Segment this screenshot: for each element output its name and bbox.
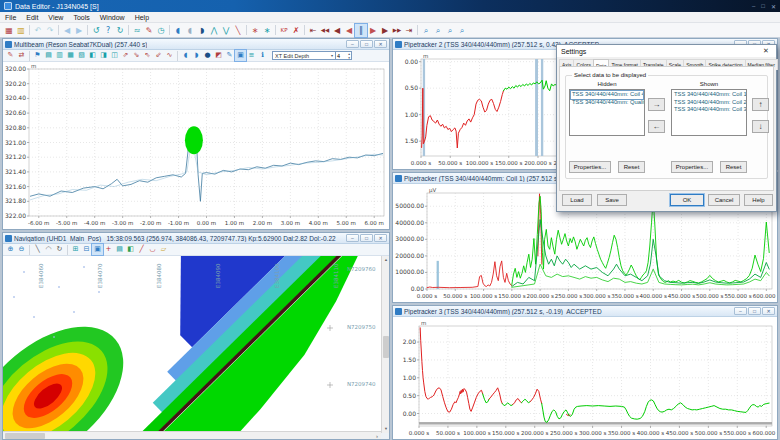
settings-dialog-titlebar[interactable]: Settings ✕ — [557, 45, 776, 57]
restore-button[interactable]: □ — [748, 307, 761, 315]
hidden-properties-button[interactable]: Properties... — [569, 161, 611, 173]
app-maximize-button[interactable]: □ — [761, 3, 765, 10]
hidden-list-item[interactable]: TSS 340/440/440mm: Quality — [571, 99, 643, 107]
flag-icon[interactable]: ⚑ — [32, 50, 43, 61]
shown-list-item[interactable]: TSS 340/440/440mm: Coil 3 — [673, 106, 745, 114]
zoom-fit-icon[interactable]: ⌕ — [456, 24, 468, 37]
step-back-icon[interactable]: ◀ — [343, 24, 355, 37]
info-icon[interactable]: ℹ — [257, 50, 268, 61]
pause-icon[interactable]: ‖ — [355, 24, 367, 37]
restore-left-icon[interactable]: ⇄ — [16, 50, 27, 61]
arc-tool-icon[interactable]: ◠ — [43, 244, 54, 255]
step-forward-icon[interactable]: ▶ — [367, 24, 379, 37]
multibeam-titlebar[interactable]: Multibeam (Reson Seabat7KDual) (257.440 … — [3, 39, 389, 50]
view-hatch-icon[interactable]: ▧ — [76, 50, 87, 61]
spike-down-icon[interactable]: ⋁ — [220, 24, 232, 37]
view-grid-icon[interactable]: ▤ — [43, 50, 54, 61]
undo-icon[interactable]: ↶ — [32, 24, 44, 37]
spline-icon[interactable]: ∿ — [164, 50, 175, 61]
shown-reset-button[interactable]: Reset — [720, 161, 747, 173]
zoom-in-icon[interactable]: ⊕ — [5, 244, 16, 255]
star-small-icon[interactable]: ∗ — [249, 24, 261, 37]
spike-up-icon[interactable]: ⋀ — [208, 24, 220, 37]
edit-depth-icon[interactable]: ✎ — [5, 50, 16, 61]
save-button[interactable]: Save — [597, 194, 627, 206]
menu-item[interactable]: Help — [130, 14, 154, 21]
draw-icon[interactable]: ✎ — [224, 50, 235, 61]
view-rows-icon[interactable]: ▥ — [54, 50, 65, 61]
prev-line-icon[interactable]: ◀ — [61, 24, 73, 37]
menu-item[interactable]: Window — [95, 14, 130, 21]
reprocess-icon[interactable]: ↺ — [90, 24, 102, 37]
grid-overlay-icon[interactable]: ⊞ — [70, 244, 81, 255]
vertical-scrollbar[interactable]: ▲ ▼ — [381, 256, 389, 433]
zoom-out-icon[interactable]: ⊖ — [16, 244, 27, 255]
beam-width-stepper[interactable]: 4 ▴ ▾ — [336, 51, 352, 60]
dolphin-disabled-icon[interactable]: ◖ — [184, 24, 196, 37]
draw-arc-icon[interactable]: ◡ — [147, 244, 158, 255]
close-button[interactable]: ✕ — [374, 234, 387, 242]
dolphin-icon[interactable]: ◖ — [172, 24, 184, 37]
reject-down-icon[interactable]: ⇘ — [131, 50, 142, 61]
rewind-icon[interactable]: ◀ — [331, 24, 343, 37]
close-button[interactable]: ✕ — [374, 40, 387, 48]
pipetracker3-titlebar[interactable]: Pipetracker 3 (TSS 340/440/440mm) (257.5… — [393, 306, 777, 317]
move-up-button[interactable]: ↑ — [752, 98, 769, 111]
time-icon[interactable]: ◷ — [155, 24, 167, 37]
restore-button[interactable]: □ — [360, 234, 373, 242]
redo-icon[interactable]: ↷ — [44, 24, 56, 37]
fast-forward-icon[interactable]: ▶▶ — [391, 24, 403, 37]
shown-data-list[interactable]: TSS 340/440/440mm: Coil 1TSS 340/440/440… — [671, 89, 747, 136]
next-line-icon[interactable]: ▶ — [73, 24, 85, 37]
star-large-icon[interactable]: ∗ — [261, 24, 273, 37]
restore-button[interactable]: □ — [360, 40, 373, 48]
view-left-icon[interactable]: ◧ — [87, 50, 98, 61]
wave-icon[interactable]: ≈ — [131, 24, 143, 37]
cancel-button[interactable]: Cancel — [708, 194, 740, 206]
navigation-map[interactable]: E384060E384070E384080E384090E384100E3841… — [3, 256, 381, 433]
color-scale-icon[interactable]: ◧ — [125, 244, 136, 255]
scatter-line-icon[interactable]: ╲ — [232, 24, 244, 37]
accept-down-icon[interactable]: ⇙ — [153, 50, 164, 61]
move-right-button[interactable]: → — [648, 98, 665, 111]
tile-overlay-icon[interactable]: ⊟ — [81, 244, 92, 255]
add-marker-icon[interactable]: + — [103, 244, 114, 255]
fast-rewind-icon[interactable]: ◀◀ — [319, 24, 331, 37]
minimize-button[interactable]: – — [346, 234, 359, 242]
app-minimize-button[interactable]: – — [752, 3, 755, 10]
spin-down-icon[interactable]: ▾ — [348, 56, 350, 60]
layers-icon[interactable]: ≡ — [246, 50, 257, 61]
minimize-button[interactable]: – — [346, 40, 359, 48]
move-left-button[interactable]: ← — [648, 120, 665, 133]
menu-item[interactable]: Edit — [21, 14, 43, 21]
zoom-box-icon[interactable]: ⌕ — [444, 24, 456, 37]
half-select-icon[interactable]: ◩ — [213, 50, 224, 61]
jump-end-icon[interactable]: ⇥ — [403, 24, 415, 37]
image-view-icon[interactable]: ▣ — [235, 50, 246, 61]
help-circle-icon[interactable]: ? — [102, 24, 114, 37]
scroll-up-icon[interactable]: ▲ — [382, 256, 390, 264]
scroll-down-icon[interactable]: ▼ — [382, 425, 390, 433]
view-right-icon[interactable]: ◨ — [98, 50, 109, 61]
close-button[interactable]: ✕ — [762, 307, 775, 315]
minimize-button[interactable]: – — [734, 307, 747, 315]
view-cells-icon[interactable]: ▦ — [65, 50, 76, 61]
multibeam-chart[interactable]: -6.00 m-5.00 m-4.00 m-3.00 m-2.00 m-1.00… — [3, 62, 389, 229]
dolphin-blue-icon[interactable]: ◖ — [180, 50, 191, 61]
rotate-tool-icon[interactable]: ↻ — [54, 244, 65, 255]
hidden-data-list[interactable]: TSS 340/440/440mm: Coil 4TSS 340/440/440… — [569, 89, 645, 136]
hidden-reset-button[interactable]: Reset — [618, 161, 645, 173]
menu-item[interactable]: View — [43, 14, 68, 21]
dolphin-dark-icon[interactable]: ◗ — [196, 24, 208, 37]
jump-start-icon[interactable]: ⇤ — [307, 24, 319, 37]
zoom-in-icon[interactable]: ⌕ — [432, 24, 444, 37]
scroll-right-icon[interactable]: › — [373, 432, 381, 440]
move-down-button[interactable]: ↓ — [752, 120, 769, 133]
close-icon[interactable]: ✕ — [760, 47, 772, 55]
vertical-scroll-thumb[interactable] — [383, 336, 389, 358]
refresh-icon[interactable]: ↻ — [114, 24, 126, 37]
reject-up-icon[interactable]: ⇗ — [120, 50, 131, 61]
map-display-icon[interactable]: ▣ — [92, 244, 103, 255]
help-button[interactable]: Help — [744, 194, 773, 206]
line-tool-icon[interactable]: ╲ — [32, 244, 43, 255]
